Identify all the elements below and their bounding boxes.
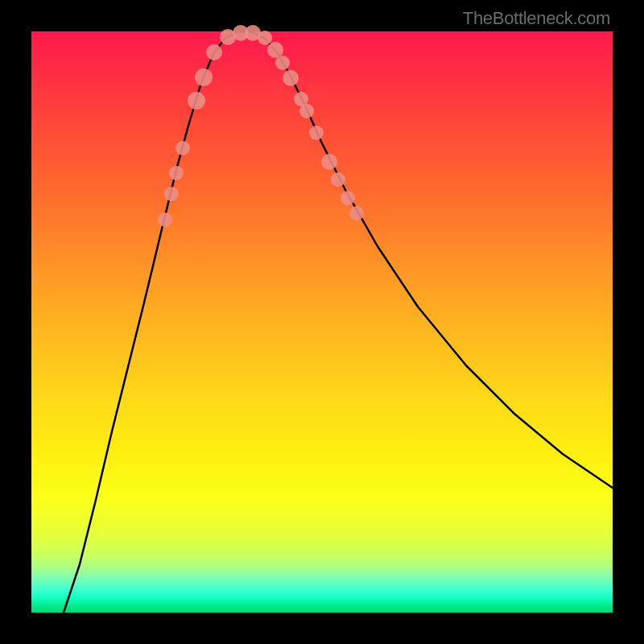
data-marker [195,68,213,86]
chart-svg [31,31,613,613]
plot-gradient-area [31,31,613,613]
data-marker [164,187,179,201]
data-marker [331,172,345,187]
bottleneck-curve [64,32,613,613]
data-marker [175,141,190,155]
data-marker [299,104,314,118]
data-marker [321,154,337,170]
watermark-text: TheBottleneck.com [463,8,610,29]
data-marker [349,206,364,221]
data-marker [158,213,172,227]
data-marker [275,56,290,70]
data-marker [169,166,184,180]
data-marker [206,44,222,60]
data-marker [188,92,205,109]
data-marker [341,191,355,205]
data-marker [258,31,272,45]
chart-container: TheBottleneck.com [0,0,644,644]
data-marker [267,42,283,58]
data-marker [309,126,324,140]
data-marker [283,70,299,86]
curve-path [64,32,613,613]
